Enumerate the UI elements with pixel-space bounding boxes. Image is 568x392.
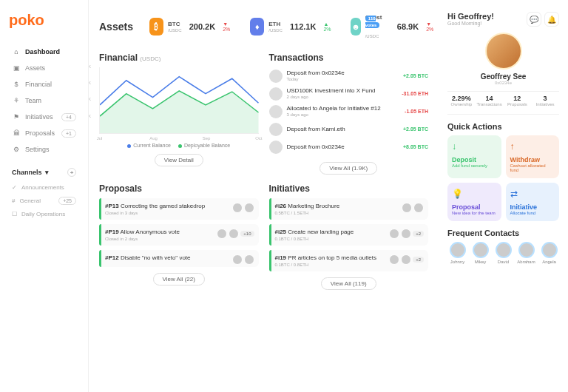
- initiatives-title: Initiatives: [269, 183, 429, 194]
- initiatives-icon: ⚑: [12, 112, 21, 121]
- transaction-row[interactable]: USD100K Investment into X Fund2 days ago…: [269, 85, 429, 103]
- qa-proposal[interactable]: 💡ProposalNew idea for the team: [447, 183, 501, 221]
- view-all-proposals-button[interactable]: View All (22): [153, 273, 205, 285]
- right-panel: Hi Geoffrey! Good Morning! 💬 🔔 Geoffrey …: [439, 0, 568, 392]
- financial-chart: 0100K300K500K700KJulAugSepOct: [99, 67, 259, 134]
- transaction-row[interactable]: Deposit from 0x0234e+8.05 BTC: [269, 138, 429, 156]
- chart-legend: Current Balance Deployable Balance: [99, 143, 259, 148]
- view-all-txn-button[interactable]: View All (1.9K): [320, 162, 377, 175]
- stat-proposals: 12Proposals: [504, 95, 532, 107]
- stat-transactions: 14Transactions: [476, 95, 504, 107]
- sidebar: poko ⌂Dashboard▣Assets$Financial⚘Team⚑In…: [0, 0, 89, 392]
- contact-johnny[interactable]: Johnny: [447, 242, 467, 264]
- contact-abraham[interactable]: Abraham: [516, 242, 536, 264]
- proposal-card[interactable]: #P12 Disable "no with veto" vote: [99, 250, 259, 267]
- asset-gh0st[interactable]: ☻ Gh0st 110 votes/USDC 68.9K ▼ 2%: [346, 12, 438, 42]
- add-channel-button[interactable]: +: [67, 168, 76, 177]
- assets-title: Assets: [99, 21, 133, 33]
- proposals-panel: Proposals #P13 Correcting the gamed stak…: [99, 183, 259, 290]
- contact-angela[interactable]: Angela: [539, 242, 559, 264]
- profile-name: Geoffrey See: [447, 72, 559, 81]
- stat-ownership: 2.29%Ownership: [447, 95, 476, 107]
- qa-deposit[interactable]: ↓DepositAdd fund securely: [447, 135, 501, 178]
- view-all-initiatives-button[interactable]: View All (119): [321, 277, 376, 290]
- initiative-card[interactable]: #i26 Marketing Brochure0.5BTC / 1.5ETH: [269, 198, 429, 220]
- bell-icon[interactable]: 🔔: [544, 12, 559, 27]
- asset-eth[interactable]: ♦ ETH/USDC 112.1K ▲ 2%: [246, 15, 339, 38]
- profile-stats: 2.29%Ownership14Transactions12Proposals3…: [447, 91, 559, 115]
- dashboard-icon: ⌂: [12, 47, 21, 56]
- initiative-card[interactable]: #i19 PR articles on top 5 media outlets0…: [269, 250, 429, 271]
- view-detail-button[interactable]: View Detail: [155, 154, 203, 166]
- avatar[interactable]: [485, 33, 522, 70]
- nav-proposals[interactable]: 🏛Proposals+1: [9, 125, 79, 141]
- financial-icon: $: [12, 80, 21, 89]
- contact-david[interactable]: David: [493, 242, 513, 264]
- nav-dashboard[interactable]: ⌂Dashboard: [9, 44, 79, 60]
- qa-withdraw[interactable]: ↑WithdrawCashout allocated fund: [506, 135, 560, 178]
- transaction-row[interactable]: Deposit from Kami.eth+2.05 BTC: [269, 121, 429, 138]
- greeting-sub: Good Morning!: [447, 21, 494, 26]
- main: Assets ₿ BTC/USDC 200.2K ▼ 2%♦ ETH/USDC …: [89, 0, 439, 392]
- financial-panel: Financial (USDC) 0100K300K500K700KJulAug…: [99, 53, 259, 175]
- nav-team[interactable]: ⚘Team: [9, 92, 79, 109]
- transaction-row[interactable]: Deposit from 0x0234eToday+2.05 BTC: [269, 67, 429, 85]
- transaction-row[interactable]: Allocated to Angela for Initiative #123 …: [269, 103, 429, 121]
- proposal-card[interactable]: #P13 Correcting the gamed stakedropClose…: [99, 198, 259, 220]
- profile-address: 0x0234e: [447, 81, 559, 85]
- logo: poko: [9, 12, 79, 29]
- nav-assets[interactable]: ▣Assets: [9, 60, 79, 76]
- asset-btc[interactable]: ₿ BTC/USDC 200.2K ▼ 2%: [145, 15, 238, 38]
- proposals-title: Proposals: [99, 183, 259, 194]
- contact-mikey[interactable]: Mikey: [470, 242, 490, 264]
- chat-icon[interactable]: 💬: [527, 12, 541, 27]
- financial-title: Financial (USDC): [99, 53, 259, 63]
- quick-actions-title: Quick Actions: [447, 122, 559, 131]
- nav-financial[interactable]: $Financial: [9, 76, 79, 92]
- assets-icon: ▣: [12, 64, 21, 72]
- nav-initiatives[interactable]: ⚑Initiatives+4: [9, 109, 79, 125]
- settings-icon: ⚙: [12, 145, 21, 154]
- channel-daily-operations[interactable]: ☐Daily Operations: [9, 208, 79, 220]
- channel-announcements[interactable]: ✓Announcements: [9, 181, 79, 194]
- initiatives-panel: Initiatives #i26 Marketing Brochure0.5BT…: [269, 183, 429, 290]
- initiative-card[interactable]: #i25 Create new landing page0.1BTC / 0.8…: [269, 224, 429, 246]
- proposal-card[interactable]: #P19 Allow Anonymous voteClosed in 2 day…: [99, 224, 259, 246]
- greeting: Hi Geoffrey!: [447, 12, 494, 21]
- channel-general[interactable]: #General+25: [9, 194, 79, 208]
- transactions-panel: Transactions Deposit from 0x0234eToday+2…: [269, 53, 429, 175]
- proposals-icon: 🏛: [12, 129, 21, 138]
- frequent-contacts-title: Frequent Contacts: [447, 229, 559, 237]
- transactions-title: Transactions: [269, 53, 429, 63]
- qa-initiative[interactable]: ⇄InitiativeAllocate fund: [506, 183, 560, 221]
- stat-initiatives: 3Initiatives: [531, 95, 559, 107]
- channels-header[interactable]: Channels▾ +: [12, 168, 76, 177]
- team-icon: ⚘: [12, 96, 21, 105]
- nav-settings[interactable]: ⚙Settings: [9, 141, 79, 158]
